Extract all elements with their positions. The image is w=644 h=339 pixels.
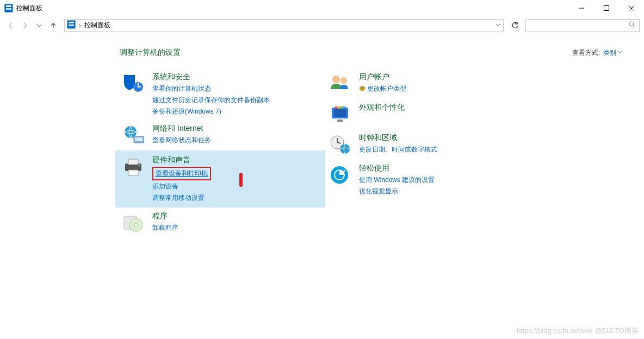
view-by: 查看方式: 类别 xyxy=(572,48,622,58)
refresh-button[interactable] xyxy=(508,19,522,32)
category-link[interactable]: 通过文件历史记录保存你的文件备份副本 xyxy=(152,95,270,105)
svg-point-33 xyxy=(340,144,350,154)
svg-rect-29 xyxy=(340,106,343,109)
titlebar: 控制面板 xyxy=(0,0,644,16)
recent-dropdown-icon[interactable] xyxy=(33,19,46,32)
view-by-mode[interactable]: 类别 xyxy=(603,48,622,58)
users-icon xyxy=(326,72,355,96)
category-programs: 程序 卸载程序 xyxy=(120,208,321,238)
category-link[interactable]: 添加设备 xyxy=(152,181,211,192)
category-title[interactable]: 用户帐户 xyxy=(359,72,406,83)
annotation-cursor xyxy=(239,173,243,187)
monitor-icon xyxy=(326,102,355,126)
svg-rect-15 xyxy=(135,137,143,141)
category-user-accounts: 用户帐户 更改帐户类型 xyxy=(326,68,528,99)
category-title[interactable]: 时钟和区域 xyxy=(359,133,437,143)
category-title[interactable]: 程序 xyxy=(152,211,178,222)
category-title[interactable]: 系统和安全 xyxy=(152,72,270,83)
category-link[interactable]: 调整常用移动设置 xyxy=(152,193,211,203)
category-link[interactable]: 更改帐户类型 xyxy=(359,84,406,94)
disc-icon xyxy=(120,211,148,235)
category-columns: 系统和安全 查看你的计算机状态 通过文件历史记录保存你的文件备份副本 备份和还原… xyxy=(120,68,622,238)
svg-point-23 xyxy=(332,76,340,83)
svg-rect-9 xyxy=(69,24,74,26)
window-title: 控制面板 xyxy=(16,4,42,13)
category-link[interactable]: 更改日期、时间或数字格式 xyxy=(359,145,437,155)
svg-rect-26 xyxy=(334,109,346,117)
clock-globe-icon xyxy=(326,133,355,156)
svg-rect-17 xyxy=(128,159,138,165)
category-title[interactable]: 网络和 Internet xyxy=(152,123,211,134)
content-area: 调整计算机的设置 查看方式: 类别 系统和安全 查看你的计算机状态 通过文件历史… xyxy=(0,35,644,238)
up-button[interactable] xyxy=(47,19,60,32)
svg-rect-1 xyxy=(6,5,11,7)
forward-button[interactable] xyxy=(18,19,32,32)
category-link[interactable]: 查看你的计算机状态 xyxy=(152,84,270,94)
category-link[interactable]: 查看网络状态和任务 xyxy=(152,135,211,146)
chevron-down-icon xyxy=(618,51,622,55)
category-link[interactable]: 优化视觉显示 xyxy=(359,186,435,197)
category-appearance: 外观和个性化 xyxy=(326,99,528,129)
category-hardware-sound: 硬件和声音 查看设备和打印机 添加设备 调整常用移动设置 xyxy=(115,150,325,208)
category-link[interactable]: 使用 Windows 建议的设置 xyxy=(359,175,435,185)
svg-rect-2 xyxy=(6,8,11,10)
address-bar[interactable]: › 控制面板 xyxy=(64,19,504,32)
svg-point-19 xyxy=(139,165,140,167)
breadcrumb[interactable]: 控制面板 xyxy=(84,21,110,30)
category-system-security: 系统和安全 查看你的计算机状态 通过文件历史记录保存你的文件备份副本 备份和还原… xyxy=(120,68,321,120)
svg-rect-27 xyxy=(335,106,337,109)
search-input[interactable] xyxy=(525,19,640,32)
shield-icon xyxy=(120,72,148,96)
address-icon xyxy=(67,20,76,30)
svg-rect-8 xyxy=(69,22,74,23)
category-title[interactable]: 硬件和声音 xyxy=(152,155,211,166)
svg-point-24 xyxy=(340,77,347,84)
left-column: 系统和安全 查看你的计算机状态 通过文件历史记录保存你的文件备份副本 备份和还原… xyxy=(120,68,321,238)
svg-rect-4 xyxy=(604,6,609,11)
category-link[interactable]: 卸载程序 xyxy=(152,223,178,233)
view-by-label: 查看方式: xyxy=(572,48,600,58)
svg-rect-18 xyxy=(128,170,138,175)
address-dropdown-icon[interactable] xyxy=(496,22,501,29)
minimize-button[interactable] xyxy=(569,0,594,16)
svg-point-22 xyxy=(134,223,138,227)
category-ease-of-access: 轻松使用 使用 Windows 建议的设置 优化视觉显示 xyxy=(326,160,528,200)
chevron-right-icon: › xyxy=(79,22,81,29)
svg-point-10 xyxy=(629,22,634,26)
right-column: 用户帐户 更改帐户类型 外观和个性化 xyxy=(326,68,528,238)
category-title[interactable]: 轻松使用 xyxy=(359,163,435,174)
maximize-button[interactable] xyxy=(594,0,619,16)
globe-icon xyxy=(120,123,148,147)
window-controls xyxy=(569,0,644,16)
close-button[interactable] xyxy=(619,0,644,16)
ease-access-icon xyxy=(326,163,355,187)
svg-line-11 xyxy=(633,26,635,28)
printer-icon xyxy=(120,155,148,179)
navigation-row: › 控制面板 xyxy=(0,16,644,35)
category-title[interactable]: 外观和个性化 xyxy=(359,102,405,113)
control-panel-icon xyxy=(4,4,13,12)
content-header: 调整计算机的设置 查看方式: 类别 xyxy=(120,48,622,58)
category-link[interactable]: 备份和还原(Windows 7) xyxy=(152,106,270,117)
watermark: https://blog.csdn.net/wei @51CTO博客 xyxy=(517,326,639,336)
back-button[interactable] xyxy=(4,19,17,32)
page-title: 调整计算机的设置 xyxy=(120,48,181,58)
svg-rect-30 xyxy=(343,106,345,109)
svg-rect-31 xyxy=(337,120,343,122)
svg-rect-28 xyxy=(338,106,340,109)
category-clock-region: 时钟和区域 更改日期、时间或数字格式 xyxy=(326,129,528,160)
uac-shield-icon xyxy=(359,85,366,92)
view-devices-printers-link[interactable]: 查看设备和打印机 xyxy=(152,167,211,180)
category-network: 网络和 Internet 查看网络状态和任务 xyxy=(120,120,321,150)
search-icon xyxy=(629,21,636,30)
